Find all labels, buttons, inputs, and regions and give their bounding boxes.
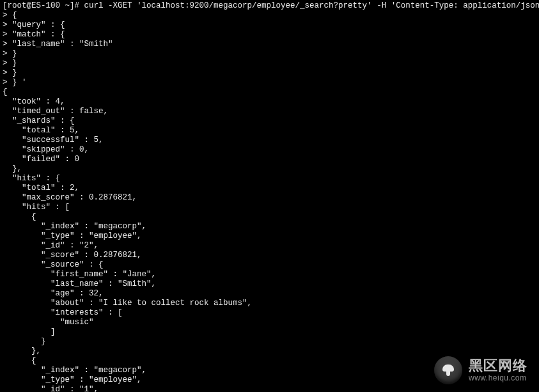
terminal-output: [root@ES-100 ~]# curl -XGET 'localhost:9… bbox=[0, 0, 539, 392]
